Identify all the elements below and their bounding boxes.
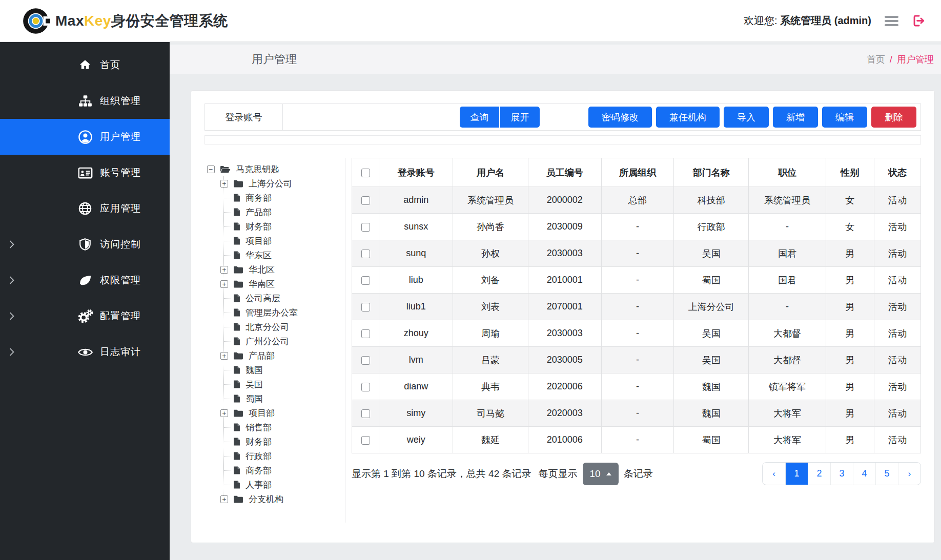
- sidebar-item-app[interactable]: 应用管理: [0, 191, 170, 226]
- tree-toggle-plus[interactable]: +: [220, 352, 228, 360]
- import-button[interactable]: 导入: [724, 107, 769, 128]
- table-row[interactable]: zhouy周瑜2030003-吴国大都督男活动: [352, 320, 921, 347]
- logout-icon[interactable]: [912, 14, 926, 28]
- brand-text: MaxKey身份安全管理系统: [55, 11, 228, 31]
- column-header[interactable]: 部门名称: [674, 158, 749, 187]
- sidebar-item-access[interactable]: 访问控制: [0, 226, 170, 262]
- table-row[interactable]: liub刘备2010001-蜀国国君男活动: [352, 267, 921, 294]
- tree-toggle-plus[interactable]: +: [220, 280, 228, 288]
- column-header[interactable]: 所属组织: [601, 158, 673, 187]
- prev-page-button[interactable]: ‹: [763, 463, 785, 485]
- tree-node[interactable]: +产品部: [206, 348, 345, 363]
- table-row[interactable]: lvm吕蒙2030005-吴国大都督男活动: [352, 347, 921, 374]
- page-button-1[interactable]: 1: [785, 463, 808, 485]
- column-header[interactable]: 状态: [874, 158, 920, 187]
- per-page-suffix: 条记录: [624, 467, 653, 481]
- sidebar-item-perm[interactable]: 权限管理: [0, 262, 170, 298]
- tree-node[interactable]: +华南区: [206, 277, 345, 291]
- page-size-dropdown[interactable]: 10: [583, 463, 619, 485]
- table-row[interactable]: dianw典韦2020006-魏国镇军将军男活动: [352, 374, 921, 400]
- adjunct-org-button[interactable]: 兼任机构: [656, 107, 720, 128]
- tree-node[interactable]: 广州分公司: [206, 334, 345, 348]
- table-header-row: 登录账号用户名员工编号所属组织部门名称职位性别状态: [352, 158, 921, 187]
- tree-node[interactable]: 商务部: [206, 463, 345, 478]
- sidebar-item-audit[interactable]: 日志审计: [0, 334, 170, 370]
- column-header[interactable]: 用户名: [453, 158, 528, 187]
- query-button[interactable]: 查询: [460, 107, 499, 128]
- tree-node[interactable]: 吴国: [206, 377, 345, 391]
- tree-node[interactable]: 魏国: [206, 363, 345, 377]
- row-checkbox[interactable]: [361, 303, 370, 312]
- search-field-label: 登录账号: [205, 104, 283, 130]
- add-button[interactable]: 新增: [773, 107, 818, 128]
- table-cell: 男: [826, 267, 874, 294]
- table-row[interactable]: simy司马懿2020003-魏国大将军男活动: [352, 400, 921, 427]
- delete-button[interactable]: 删除: [871, 107, 916, 128]
- table-cell: 活动: [874, 320, 920, 347]
- menu-toggle-icon[interactable]: [885, 16, 898, 26]
- home-icon: [77, 58, 93, 72]
- row-checkbox[interactable]: [361, 409, 370, 418]
- login-account-input[interactable]: [283, 104, 460, 130]
- tree-node[interactable]: 华东区: [206, 248, 345, 262]
- table-row[interactable]: sunq孙权2030003-吴国国君男活动: [352, 240, 921, 267]
- row-checkbox[interactable]: [361, 196, 370, 205]
- row-checkbox[interactable]: [361, 383, 370, 391]
- tree-node[interactable]: +项目部: [206, 406, 345, 420]
- table-cell: admin: [379, 187, 453, 214]
- tree-node[interactable]: 人事部: [206, 478, 345, 492]
- tree-node[interactable]: +上海分公司: [206, 176, 345, 191]
- tree-node[interactable]: 商务部: [206, 191, 345, 205]
- record-summary: 显示第 1 到第 10 条记录，总共 42 条记录: [352, 467, 531, 481]
- tree-toggle-plus[interactable]: +: [220, 180, 228, 188]
- tree-node[interactable]: 销售部: [206, 420, 345, 434]
- next-page-button[interactable]: ›: [898, 463, 920, 485]
- tree-toggle-minus[interactable]: −: [207, 165, 215, 173]
- sidebar-item-home[interactable]: 首页: [0, 47, 170, 83]
- row-checkbox[interactable]: [361, 356, 370, 365]
- page-button-4[interactable]: 4: [853, 463, 875, 485]
- select-all-checkbox[interactable]: [361, 169, 370, 177]
- row-checkbox[interactable]: [361, 436, 370, 445]
- table-cell: 镇军将军: [749, 374, 826, 400]
- table-row[interactable]: admin系统管理员2000002总部科技部系统管理员女活动: [352, 187, 921, 214]
- table-row[interactable]: sunsx孙尚香2030009-行政部-女活动: [352, 214, 921, 240]
- row-checkbox[interactable]: [361, 223, 370, 232]
- tree-node[interactable]: 财务部: [206, 434, 345, 449]
- column-header[interactable]: 性别: [826, 158, 874, 187]
- page-button-2[interactable]: 2: [808, 463, 830, 485]
- tree-node[interactable]: 北京分公司: [206, 320, 345, 334]
- tree-node[interactable]: +分支机构: [206, 492, 345, 506]
- change-password-button[interactable]: 密码修改: [588, 107, 652, 128]
- page-button-3[interactable]: 3: [830, 463, 853, 485]
- column-header[interactable]: 员工编号: [528, 158, 601, 187]
- tree-node[interactable]: −马克思钥匙: [206, 162, 345, 176]
- tree-node[interactable]: 财务部: [206, 219, 345, 234]
- row-checkbox[interactable]: [361, 329, 370, 338]
- table-row[interactable]: liub1刘表2070001-上海分公司-男活动: [352, 294, 921, 320]
- column-header[interactable]: 职位: [749, 158, 826, 187]
- breadcrumb-home-link[interactable]: 首页: [867, 54, 885, 65]
- tree-node[interactable]: 行政部: [206, 449, 345, 463]
- sidebar-item-org[interactable]: 组织管理: [0, 83, 170, 119]
- expand-button[interactable]: 展开: [500, 107, 540, 128]
- tree-toggle-plus[interactable]: +: [220, 495, 228, 503]
- row-checkbox[interactable]: [361, 276, 370, 285]
- tree-node[interactable]: +华北区: [206, 262, 345, 277]
- table-row[interactable]: weiy魏延2010006-蜀国大将军男活动: [352, 427, 921, 453]
- edit-button[interactable]: 编辑: [822, 107, 867, 128]
- row-checkbox[interactable]: [361, 250, 370, 258]
- column-header[interactable]: 登录账号: [379, 158, 453, 187]
- sidebar-item-user[interactable]: 用户管理: [0, 119, 170, 155]
- tree-node[interactable]: 公司高层: [206, 291, 345, 305]
- page-button-5[interactable]: 5: [875, 463, 898, 485]
- tree-node[interactable]: 产品部: [206, 205, 345, 219]
- tree-toggle-plus[interactable]: +: [220, 266, 228, 274]
- file-icon: [233, 451, 240, 461]
- tree-node[interactable]: 蜀国: [206, 391, 345, 406]
- tree-node[interactable]: 管理层办公室: [206, 305, 345, 320]
- tree-toggle-plus[interactable]: +: [220, 409, 228, 417]
- sidebar-item-config[interactable]: 配置管理: [0, 298, 170, 334]
- sidebar-item-account[interactable]: 账号管理: [0, 155, 170, 191]
- tree-node[interactable]: 项目部: [206, 234, 345, 248]
